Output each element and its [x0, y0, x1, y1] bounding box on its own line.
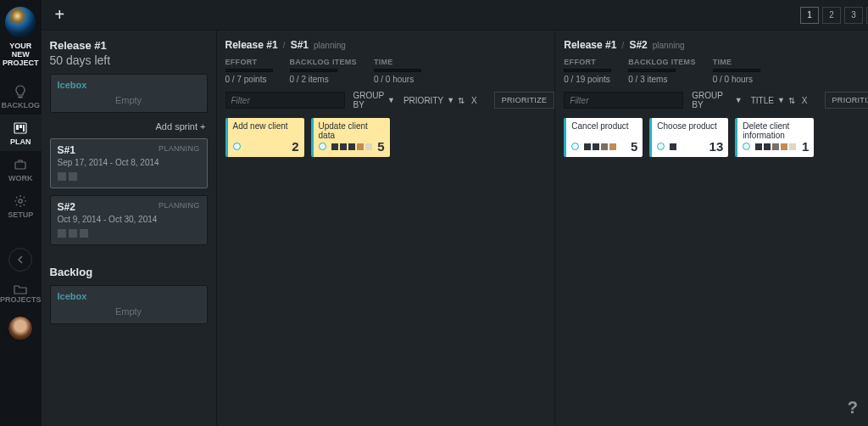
help-button[interactable]: ?: [848, 398, 858, 418]
svg-rect-2: [19, 125, 22, 128]
gear-icon: [14, 194, 27, 208]
col-state: planning: [653, 41, 685, 50]
clear-sort[interactable]: X: [802, 96, 808, 105]
caret-down-icon: ▼: [735, 96, 743, 104]
main: + 1 2 3 4 Release #1 50 days left Icebox…: [42, 0, 868, 426]
status-dot-icon: [657, 143, 665, 150]
main-nav: BACKLOG PLAN WORK SETUP: [0, 78, 42, 224]
group-by-dropdown[interactable]: GROUP BY▼: [353, 91, 395, 109]
filter-input[interactable]: [225, 92, 345, 109]
caret-down-icon: ▼: [777, 96, 785, 104]
status-dot-icon: [743, 143, 750, 150]
backlog-card[interactable]: Choose product13: [649, 118, 728, 157]
card-title: Update client data: [319, 121, 385, 140]
nav-label: PLAN: [10, 137, 31, 146]
backlog-icebox-panel[interactable]: Icebox Empty: [50, 285, 208, 324]
stats-row: EFFORT0 / 7 points BACKLOG ITEMS0 / 2 it…: [225, 58, 547, 84]
project-logo[interactable]: [5, 7, 36, 37]
cards-area[interactable]: Add new client2Update client data5: [225, 118, 547, 157]
sprint-status: PLANNING: [159, 201, 199, 210]
sprint-progress: [58, 172, 200, 181]
release-title: Release #1: [50, 39, 208, 52]
card-title: Cancel product: [571, 121, 637, 131]
clear-sort[interactable]: X: [471, 96, 477, 105]
stat-time: TIME0 / 0 hours: [713, 58, 760, 84]
pager-2[interactable]: 2: [822, 7, 841, 24]
nav-projects[interactable]: PROJECTS: [0, 283, 42, 304]
backlog-icebox-title: Icebox: [58, 291, 200, 301]
toolbar: GROUP BY▼ TITLE▼⇅ X PRIORITIZE: [564, 91, 868, 109]
column-header: Release #1 / S#2 planning: [564, 39, 868, 51]
svg-rect-4: [15, 162, 25, 169]
pager-1[interactable]: 1: [800, 7, 819, 24]
col-state: planning: [314, 41, 346, 50]
add-button[interactable]: +: [50, 5, 70, 25]
sort-dropdown[interactable]: PRIORITY▼⇅: [403, 96, 463, 105]
caret-down-icon: ▼: [447, 96, 454, 104]
svg-point-5: [19, 199, 22, 202]
nav-setup[interactable]: SETUP: [0, 188, 42, 224]
sprint-progress: [58, 229, 200, 238]
sort-dropdown[interactable]: TITLE▼⇅: [751, 96, 793, 105]
nav-label: WORK: [8, 174, 33, 182]
nav-plan[interactable]: PLAN: [0, 115, 42, 151]
card-title: Add new client: [233, 121, 299, 131]
pager-3[interactable]: 3: [844, 7, 863, 24]
add-sprint-button[interactable]: Add sprint +: [50, 120, 208, 138]
kanban-icon: [14, 121, 27, 135]
sprint-column-2: Release #1 / S#2 planning EFFORT0 / 19 p…: [555, 31, 868, 426]
svg-rect-1: [16, 125, 19, 130]
nav-label: BACKLOG: [2, 101, 41, 109]
nav-work[interactable]: WORK: [0, 151, 42, 188]
card-points: 5: [377, 139, 384, 154]
backlog-card[interactable]: Add new client2: [225, 118, 304, 157]
color-swatches: [670, 143, 676, 150]
release-days-left: 50 days left: [50, 53, 208, 67]
user-avatar[interactable]: [8, 316, 33, 341]
group-by-dropdown[interactable]: GROUP BY▼: [692, 91, 742, 109]
backlog-card[interactable]: Update client data5: [311, 118, 390, 157]
stat-time: TIME0 / 0 hours: [374, 58, 421, 84]
col-sprint: S#1: [291, 39, 309, 51]
col-release: Release #1: [564, 39, 616, 51]
col-release: Release #1: [225, 39, 278, 51]
stat-items: BACKLOG ITEMS0 / 2 items: [290, 58, 357, 84]
nav-label: SETUP: [8, 210, 33, 219]
cards-area[interactable]: Cancel product5Choose product13Delete cl…: [564, 118, 868, 157]
columns: Release #1 50 days left Icebox Empty Add…: [42, 31, 868, 426]
backlog-heading: Backlog: [50, 266, 208, 278]
column-header: Release #1 / S#1 planning: [225, 39, 547, 51]
backlog-card[interactable]: Delete client information1: [735, 118, 814, 157]
color-swatches: [331, 143, 372, 150]
svg-rect-3: [23, 125, 25, 132]
stat-effort: EFFORT0 / 7 points: [225, 58, 273, 84]
sprint-dates: Oct 9, 2014 - Oct 30, 2014: [58, 215, 200, 224]
color-swatches: [584, 143, 616, 150]
prioritize-button[interactable]: PRIORITIZE: [825, 92, 868, 109]
sprint-dates: Sep 17, 2014 - Oct 8, 2014: [58, 158, 200, 167]
sort-icon: ⇅: [788, 96, 793, 105]
backlog-card[interactable]: Cancel product5: [564, 118, 643, 157]
toolbar: GROUP BY▼ PRIORITY▼⇅ X PRIORITIZE: [225, 91, 547, 109]
breadcrumb-sep: /: [283, 40, 286, 50]
sprint-card-1[interactable]: S#1 PLANNING Sep 17, 2014 - Oct 8, 2014: [50, 138, 208, 188]
release-panel: Release #1 50 days left Icebox Empty Add…: [42, 31, 216, 426]
status-dot-icon: [233, 143, 241, 150]
icebox-title: Icebox: [58, 80, 200, 90]
icebox-empty: Empty: [58, 90, 200, 107]
sidebar: YOUR NEW PROJECT BACKLOG PLAN WORK SETUP: [0, 0, 42, 426]
pager: 1 2 3 4: [800, 7, 868, 24]
nav-backlog[interactable]: BACKLOG: [0, 78, 42, 115]
prioritize-button[interactable]: PRIORITIZE: [494, 92, 555, 109]
icebox-panel[interactable]: Icebox Empty: [50, 74, 208, 113]
project-name: YOUR NEW PROJECT: [0, 42, 42, 68]
breadcrumb-sep: /: [621, 40, 624, 50]
stat-effort: EFFORT0 / 19 points: [564, 58, 611, 84]
filter-input[interactable]: [564, 92, 683, 109]
stat-items: BACKLOG ITEMS0 / 3 items: [628, 58, 695, 84]
folder-icon: [14, 283, 27, 295]
collapse-button[interactable]: [8, 248, 32, 272]
col-sprint: S#2: [629, 39, 647, 51]
sprint-card-2[interactable]: S#2 PLANNING Oct 9, 2014 - Oct 30, 2014: [50, 195, 208, 245]
card-title: Delete client information: [743, 121, 809, 140]
